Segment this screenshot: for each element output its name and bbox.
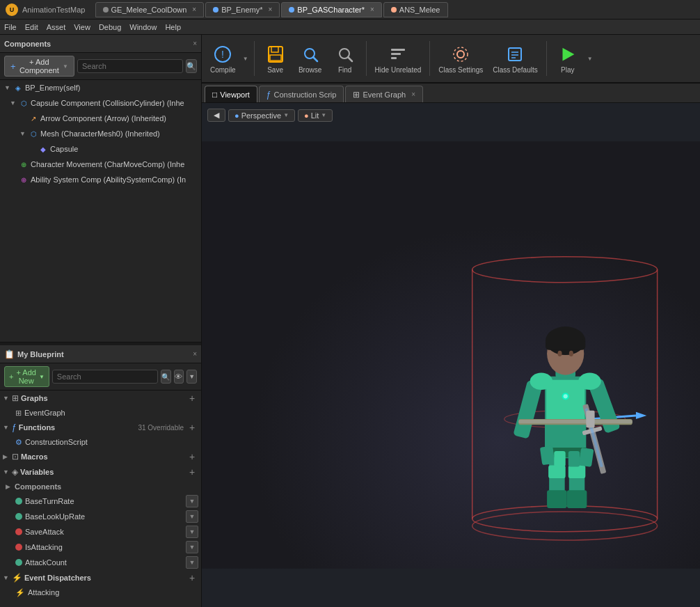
viewport-area[interactable]: ◀ ● Perspective ▼ ● Lit ▼ bbox=[202, 103, 700, 607]
svg-rect-40 bbox=[579, 448, 594, 467]
tree-item[interactable]: ▶ ⊕ Ability System Comp (AbilitySystemCo… bbox=[0, 172, 201, 187]
menu-asset[interactable]: Asset bbox=[47, 23, 66, 31]
functions-section-header[interactable]: ▼ ƒ Functions 31 Overridable + bbox=[0, 420, 201, 435]
perspective-label: Perspective bbox=[241, 111, 281, 120]
play-dropdown-arrow[interactable]: ▼ bbox=[587, 56, 593, 62]
svg-rect-48 bbox=[546, 339, 585, 349]
functions-icon: ƒ bbox=[12, 423, 17, 432]
tab-viewport[interactable]: □ Viewport bbox=[205, 86, 257, 102]
section-expand-arrow: ▶ bbox=[3, 453, 10, 460]
event-dispatchers-section-header[interactable]: ▼ ⚡ Event Dispatchers + bbox=[0, 570, 201, 585]
class-settings-button[interactable]: Class Settings bbox=[436, 38, 486, 79]
var-save-attack[interactable]: SaveAttack ▼ bbox=[0, 524, 201, 539]
tree-item[interactable]: ▶ ⊕ Character Movement (CharMoveComp) (I… bbox=[0, 157, 201, 172]
class-defaults-button[interactable]: Class Defaults bbox=[490, 38, 540, 79]
tree-item[interactable]: ▼ ⬡ Capsule Component (CollisionCylinder… bbox=[0, 95, 201, 111]
close-icon[interactable]: × bbox=[269, 6, 273, 13]
lit-button[interactable]: ● Lit ▼ bbox=[298, 109, 333, 122]
top-tab-bp-enemy[interactable]: BP_Enemy* × bbox=[205, 2, 280, 17]
title-bar: U AnimationTestMap GE_Melee_CoolDown × B… bbox=[0, 0, 700, 19]
blueprint-search-icon[interactable]: 🔍 bbox=[161, 370, 171, 384]
svg-point-13 bbox=[454, 47, 468, 61]
menu-help[interactable]: Help bbox=[165, 23, 181, 31]
macros-add-button[interactable]: + bbox=[186, 450, 198, 463]
top-tab-ans-melee[interactable]: ANS_Melee bbox=[383, 2, 448, 17]
compile-dropdown-arrow[interactable]: ▼ bbox=[243, 56, 248, 62]
menu-window[interactable]: Window bbox=[129, 23, 157, 31]
find-button[interactable]: Find bbox=[330, 38, 360, 79]
event-dispatchers-add-button[interactable]: + bbox=[186, 571, 198, 584]
char-movement-icon: ⊕ bbox=[19, 159, 29, 169]
var-expand-button[interactable]: ▼ bbox=[186, 510, 198, 523]
construction-script-item[interactable]: ⚙ ConstructionScript bbox=[0, 435, 201, 449]
tree-item[interactable]: ▶ ◆ Capsule bbox=[0, 141, 201, 157]
menu-file[interactable]: File bbox=[4, 23, 17, 31]
variables-icon: ◈ bbox=[12, 467, 18, 477]
blueprint-search-input[interactable] bbox=[52, 370, 158, 384]
attacking-label: Attacking bbox=[28, 588, 59, 597]
tab-construction-script[interactable]: ƒ Construction Scrip bbox=[259, 86, 344, 102]
close-icon[interactable]: × bbox=[192, 6, 196, 13]
construction-script-label: ConstructionScript bbox=[25, 438, 88, 446]
var-attack-count[interactable]: AttackCount ▼ bbox=[0, 555, 201, 570]
var-type-dot bbox=[15, 559, 22, 566]
graphs-add-button[interactable]: + bbox=[186, 392, 198, 404]
components-close-button[interactable]: × bbox=[193, 40, 197, 47]
macros-section-header[interactable]: ▶ ⊡ Macros + bbox=[0, 449, 201, 464]
menu-view[interactable]: View bbox=[74, 23, 90, 31]
map-name: AnimationTestMap bbox=[22, 6, 86, 14]
components-search-icon[interactable]: 🔍 bbox=[186, 59, 197, 73]
var-expand-button[interactable]: ▼ bbox=[186, 556, 198, 569]
viewport-nav-button[interactable]: ◀ bbox=[207, 109, 225, 122]
tree-item-label: Arrow Component (Arrow) (Inherited) bbox=[40, 114, 166, 123]
tree-root-item[interactable]: ▼ ◈ BP_Enemy(self) bbox=[0, 80, 201, 95]
tree-item[interactable]: ▼ ⬡ Mesh (CharacterMesh0) (Inherited) bbox=[0, 126, 201, 141]
add-component-button[interactable]: + + Add Component ▼ bbox=[4, 56, 74, 77]
browse-button[interactable]: Browse bbox=[295, 38, 326, 79]
tree-item[interactable]: ▶ ↗ Arrow Component (Arrow) (Inherited) bbox=[0, 111, 201, 126]
attacking-icon: ⚡ bbox=[15, 588, 25, 597]
add-new-button[interactable]: + + Add New ▼ bbox=[4, 366, 49, 387]
top-tab-ge-melee[interactable]: GE_Melee_CoolDown × bbox=[95, 2, 205, 17]
graphs-section-header[interactable]: ▼ ⊞ Graphs + bbox=[0, 391, 201, 406]
variables-add-button[interactable]: + bbox=[186, 466, 198, 478]
var-type-dot bbox=[15, 498, 22, 505]
var-is-attacking[interactable]: IsAttacking ▼ bbox=[0, 539, 201, 555]
var-base-look-up-rate[interactable]: BaseLookUpRate ▼ bbox=[0, 509, 201, 524]
tab-dot bbox=[391, 7, 397, 13]
save-button[interactable]: Save bbox=[260, 38, 291, 79]
attacking-item[interactable]: ⚡ Attacking bbox=[0, 585, 201, 599]
var-expand-button[interactable]: ▼ bbox=[186, 541, 198, 553]
var-expand-button[interactable]: ▼ bbox=[186, 495, 198, 507]
var-type-dot bbox=[15, 513, 22, 520]
event-graph-tab-close[interactable]: × bbox=[411, 90, 415, 98]
functions-add-button[interactable]: + bbox=[186, 421, 198, 434]
blueprint-options-icon[interactable]: ▼ bbox=[186, 370, 197, 384]
components-search-input[interactable] bbox=[77, 59, 183, 73]
class-defaults-label: Class Defaults bbox=[493, 66, 537, 74]
perspective-button[interactable]: ● Perspective ▼ bbox=[228, 109, 295, 122]
variables-section-header[interactable]: ▼ ◈ Variables + bbox=[0, 464, 201, 480]
top-tab-label: BP_Enemy* bbox=[221, 6, 262, 14]
tab-event-graph[interactable]: ⊞ Event Graph × bbox=[345, 86, 423, 102]
blueprint-close-button[interactable]: × bbox=[193, 350, 197, 358]
tree-expand-arrow: ▼ bbox=[19, 130, 26, 137]
top-tab-bp-gascharacter[interactable]: BP_GASCharacter* × bbox=[281, 2, 381, 17]
top-tab-label: GE_Melee_CoolDown bbox=[111, 6, 187, 14]
menu-edit[interactable]: Edit bbox=[25, 23, 38, 31]
tree-expand-arrow: ▼ bbox=[4, 84, 11, 91]
menu-debug[interactable]: Debug bbox=[99, 23, 121, 31]
tab-dot bbox=[213, 7, 218, 13]
main-layout: Components × + + Add Component ▼ 🔍 ▼ ◈ B… bbox=[0, 35, 700, 607]
play-button[interactable]: Play bbox=[552, 38, 583, 79]
close-icon[interactable]: × bbox=[370, 6, 374, 13]
compile-button[interactable]: ! Compile bbox=[207, 38, 239, 79]
browse-label: Browse bbox=[299, 66, 321, 74]
var-expand-button[interactable]: ▼ bbox=[186, 526, 198, 538]
hide-unrelated-button[interactable]: Hide Unrelated bbox=[372, 38, 424, 79]
event-graph-item[interactable]: ⊞ EventGraph bbox=[0, 406, 201, 420]
components-sub-section[interactable]: ▶ Components bbox=[0, 480, 201, 494]
svg-rect-2 bbox=[269, 47, 283, 62]
var-base-turn-rate[interactable]: BaseTurnRate ▼ bbox=[0, 494, 201, 509]
blueprint-eye-icon[interactable]: 👁 bbox=[174, 370, 184, 384]
